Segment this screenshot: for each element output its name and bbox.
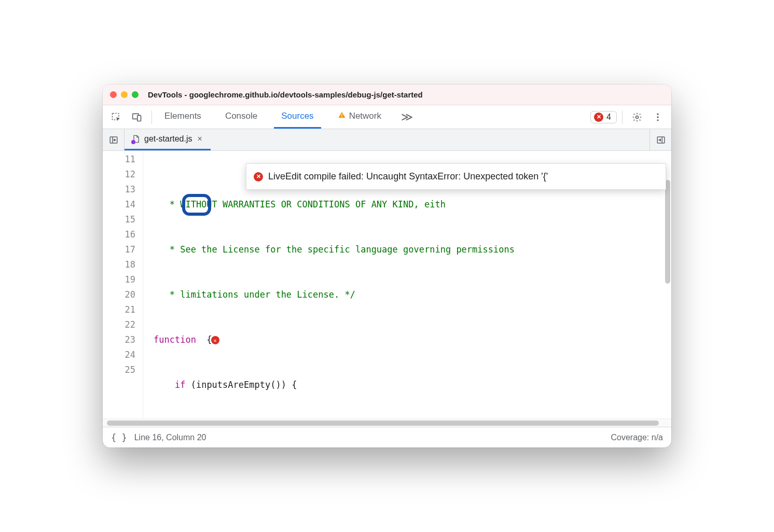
line-number[interactable]: 15 [103,212,135,227]
file-icon [132,134,140,144]
modified-dot-icon [131,140,135,144]
error-icon [594,113,603,122]
toolbar-divider [622,110,623,124]
device-toolbar-icon[interactable] [128,108,146,127]
cursor-position: Line 16, Column 20 [134,433,206,442]
line-number[interactable]: 18 [103,257,135,272]
line-number[interactable]: 13 [103,182,135,197]
coverage-status[interactable]: Coverage: n/a [611,433,663,442]
svg-rect-3 [341,114,342,116]
status-bar: { } Line 16, Column 20 Coverage: n/a [103,427,671,447]
horizontal-scrollbar-thumb[interactable] [107,421,659,426]
code-text: { [196,334,212,345]
panel-tabs: Elements Console Sources Network ≫ [157,105,416,129]
svg-point-5 [636,116,639,118]
code-text [154,380,175,390]
code-content[interactable]: * WITHOUT WARRANTIES OR CONDITIONS OF AN… [143,151,671,418]
line-number[interactable]: 22 [103,317,135,332]
zoom-window-button[interactable] [132,91,139,98]
tab-network[interactable]: Network [330,105,389,129]
line-number[interactable]: 17 [103,242,135,257]
svg-point-8 [657,119,658,121]
code-editor[interactable]: 11 12 13 14 15 16 17 18 19 20 21 22 23 2… [103,151,671,418]
editor-frame: 11 12 13 14 15 16 17 18 19 20 21 22 23 2… [103,151,671,427]
line-number[interactable]: 16 [103,227,135,242]
line-number[interactable]: 25 [103,362,135,377]
error-tooltip: LiveEdit compile failed: Uncaught Syntax… [246,163,666,190]
editor-tabbar: get-started.js × [103,129,671,151]
window-title: DevTools - googlechrome.github.io/devtoo… [148,90,423,99]
traffic-lights [110,91,139,98]
code-text: (inputsAreEmpty()) { [185,380,297,390]
line-number[interactable]: 19 [103,272,135,287]
error-icon [254,172,263,181]
show-navigator-icon[interactable] [103,129,125,150]
line-number[interactable]: 24 [103,347,135,362]
kebab-menu-icon[interactable] [648,108,667,127]
line-number[interactable]: 12 [103,167,135,182]
inspect-element-icon[interactable] [107,108,126,127]
warning-icon [338,111,346,122]
svg-point-6 [657,113,658,115]
inline-error-icon[interactable] [211,336,219,344]
more-tabs-button[interactable]: ≫ [398,110,416,124]
svg-rect-2 [137,115,141,121]
error-count-badge[interactable]: 4 [590,111,617,123]
tab-network-label: Network [349,111,381,121]
code-text: * limitations under the License. */ [154,289,355,300]
vertical-scrollbar-thumb[interactable] [665,180,670,284]
pretty-print-icon[interactable]: { } [111,432,127,443]
close-window-button[interactable] [110,91,117,98]
line-number[interactable]: 21 [103,302,135,317]
tab-elements[interactable]: Elements [157,105,209,129]
minimize-window-button[interactable] [121,91,128,98]
main-toolbar: Elements Console Sources Network ≫ 4 [103,105,671,129]
line-number[interactable]: 23 [103,332,135,347]
line-number[interactable]: 14 [103,197,135,212]
tab-sources[interactable]: Sources [274,105,321,129]
file-tab[interactable]: get-started.js × [125,129,211,150]
toolbar-divider [151,110,152,124]
error-count: 4 [606,113,611,122]
error-line[interactable]: function { [154,332,671,347]
code-text: function [154,334,196,345]
code-text: if [175,380,185,390]
line-number[interactable]: 11 [103,152,135,167]
window-titlebar: DevTools - googlechrome.github.io/devtoo… [103,85,671,105]
settings-icon[interactable] [628,108,646,127]
horizontal-scrollbar[interactable] [103,418,671,427]
line-number[interactable]: 20 [103,287,135,302]
svg-rect-4 [341,116,342,117]
line-gutter[interactable]: 11 12 13 14 15 16 17 18 19 20 21 22 23 2… [103,151,143,418]
show-debugger-icon[interactable] [649,129,671,150]
error-tooltip-message: LiveEdit compile failed: Uncaught Syntax… [268,169,548,184]
file-tab-name: get-started.js [144,134,192,144]
svg-point-7 [657,116,658,118]
devtools-window: DevTools - googlechrome.github.io/devtoo… [103,85,671,447]
code-text: * WITHOUT WARRANTIES OR CONDITIONS OF AN… [154,199,446,209]
code-text: * See the License for the specific langu… [154,244,515,255]
tab-console[interactable]: Console [218,105,265,129]
close-tab-icon[interactable]: × [196,134,203,144]
